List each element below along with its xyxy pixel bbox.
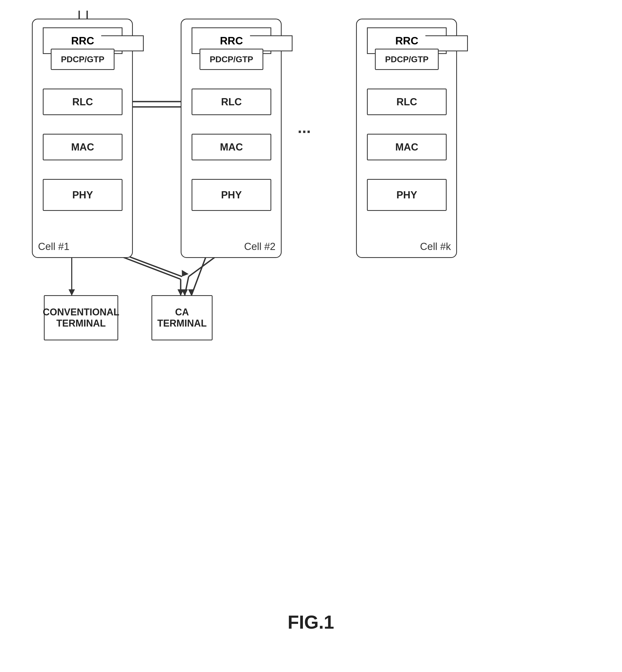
cell1-panel: RRC PDCP/GTP RLC MAC PHY Cell #1: [32, 19, 133, 258]
cell3-pdcp-block: PDCP/GTP: [375, 49, 439, 70]
cell2-rlc-block: RLC: [192, 89, 271, 115]
cell2-panel: RRC PDCP/GTP RLC MAC PHY Cell #2: [181, 19, 282, 258]
cell2-phy-block: PHY: [192, 179, 271, 211]
cell1-label: Cell #1: [38, 241, 69, 252]
svg-marker-31: [181, 289, 188, 296]
cell1-pdcp-block: PDCP/GTP: [51, 49, 114, 70]
cell3-panel: RRC PDCP/GTP RLC MAC PHY Cell #k: [356, 19, 457, 258]
svg-line-30: [185, 277, 188, 296]
cell1-phy-block: PHY: [43, 179, 123, 211]
cell3-label: Cell #k: [420, 241, 451, 252]
svg-marker-20: [69, 289, 75, 296]
svg-marker-27: [177, 289, 184, 296]
conventional-terminal-box: CONVENTIONAL TERMINAL: [44, 295, 118, 341]
cell3-mac-block: MAC: [367, 134, 447, 160]
cell1-mac-block: MAC: [43, 134, 123, 160]
cell3-phy-block: PHY: [367, 179, 447, 211]
cell3-rlc-block: RLC: [367, 89, 447, 115]
svg-marker-33: [188, 289, 195, 296]
ca-terminal-box: CA TERMINAL: [151, 295, 213, 341]
svg-marker-23: [179, 269, 188, 279]
cell1-rlc-block: RLC: [43, 89, 123, 115]
cell2-pdcp-block: PDCP/GTP: [200, 49, 263, 70]
cell2-mac-block: MAC: [192, 134, 271, 160]
cell2-label: Cell #2: [244, 241, 276, 252]
figure-label: FIG.1: [287, 612, 334, 633]
dots-separator: ···: [298, 122, 311, 141]
diagram-container: RRC PDCP/GTP RLC MAC PHY Cell #1 R: [16, 11, 606, 649]
